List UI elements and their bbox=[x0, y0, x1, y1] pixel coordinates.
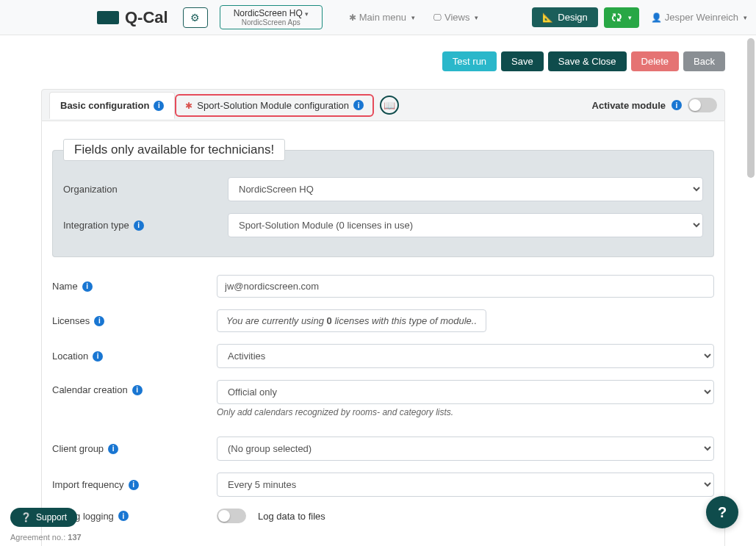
row-calendar-creation: Calendar creation i Official only Only a… bbox=[52, 374, 714, 423]
label-location: Location i bbox=[52, 351, 217, 362]
ruler-icon: 📐 bbox=[542, 12, 553, 23]
label-import-frequency: Import frequency i bbox=[52, 479, 217, 490]
info-icon[interactable]: i bbox=[132, 385, 143, 395]
integration-type-select[interactable]: Sport-Solution Module (0 licenses in use… bbox=[228, 213, 703, 237]
calendar-creation-select[interactable]: Official only bbox=[217, 380, 714, 404]
info-icon[interactable]: i bbox=[108, 444, 118, 454]
label-name: Name i bbox=[52, 281, 217, 292]
licenses-readout: You are currently using 0 licenses with … bbox=[217, 309, 486, 332]
client-group-select[interactable]: (No group selected) bbox=[217, 437, 714, 461]
tab-basic-label: Basic configuration bbox=[60, 100, 149, 111]
row-debug-logging: Debug logging i Log data to files bbox=[52, 503, 714, 529]
info-icon[interactable]: i bbox=[94, 316, 104, 326]
row-name: Name i bbox=[52, 269, 714, 303]
row-import-frequency: Import frequency i Every 5 minutes bbox=[52, 467, 714, 503]
info-icon[interactable]: i bbox=[129, 480, 139, 490]
help-fab[interactable]: ? bbox=[706, 496, 738, 528]
main-panel: Basic configuration i Sport-Solution Mod… bbox=[0, 74, 756, 546]
technician-legend: Fields only available for technicians! bbox=[63, 139, 285, 161]
label-calendar-creation: Calendar creation i bbox=[52, 380, 217, 395]
licenses-count: 0 bbox=[327, 315, 332, 326]
save-close-button[interactable]: Save & Close bbox=[548, 51, 627, 71]
org-secondary: NordicScreen Aps bbox=[234, 18, 309, 27]
organization-select[interactable]: NordicScreen HQ bbox=[228, 177, 703, 201]
docs-button[interactable]: 📖 bbox=[380, 96, 399, 115]
support-button[interactable]: ❔ Support bbox=[10, 508, 77, 527]
support-label: Support bbox=[36, 512, 67, 522]
debug-logging-toggle[interactable] bbox=[217, 509, 246, 523]
info-icon: i bbox=[353, 100, 364, 110]
user-icon: 👤 bbox=[651, 12, 662, 23]
row-licenses: Licenses i You are currently using 0 lic… bbox=[52, 303, 714, 338]
delete-button[interactable]: Delete bbox=[631, 51, 680, 71]
info-icon[interactable]: i bbox=[118, 511, 129, 521]
settings-button[interactable]: ⚙ bbox=[183, 7, 208, 28]
main-menu-label: Main menu bbox=[359, 12, 406, 23]
label-organization: Organization bbox=[63, 184, 228, 195]
brand-block: Q-Cal bbox=[97, 8, 168, 27]
row-organization: Organization NordicScreen HQ bbox=[63, 171, 703, 207]
info-icon[interactable]: i bbox=[134, 220, 144, 231]
question-icon: ❔ bbox=[21, 512, 32, 522]
main-menu-link[interactable]: ✱ Main menu ▾ bbox=[343, 7, 421, 27]
user-menu[interactable]: 👤 Jesper Weinreich ▾ bbox=[651, 12, 747, 23]
brand-swatch bbox=[97, 11, 119, 24]
technician-fieldset: Fields only available for technicians! O… bbox=[52, 139, 714, 257]
label-integration-type: Integration type i bbox=[63, 220, 228, 231]
row-client-group: Client group i (No group selected) bbox=[52, 431, 714, 467]
gear-icon: ⚙ bbox=[190, 12, 200, 24]
puzzle-icon: ✱ bbox=[349, 12, 356, 23]
label-client-group: Client group i bbox=[52, 443, 217, 454]
row-location: Location i Activities bbox=[52, 338, 714, 374]
views-label: Views bbox=[444, 12, 469, 23]
info-icon: i bbox=[672, 100, 682, 110]
agreement-number: 137 bbox=[68, 533, 81, 542]
brand-name: Q-Cal bbox=[125, 8, 168, 27]
refresh-dropdown-button[interactable]: 🗘 ▾ bbox=[604, 7, 639, 28]
row-integration-type: Integration type i Sport-Solution Module… bbox=[63, 207, 703, 243]
tab-bar: Basic configuration i Sport-Solution Mod… bbox=[41, 89, 725, 121]
design-button[interactable]: 📐 Design bbox=[532, 7, 597, 27]
monitor-icon: 🖵 bbox=[433, 12, 442, 23]
calendar-creation-helper: Only add calendars recognized by rooms- … bbox=[217, 404, 714, 417]
tab-module-label: Sport-Solution Module configuration bbox=[197, 100, 349, 111]
views-link[interactable]: 🖵 Views ▾ bbox=[427, 7, 484, 27]
info-icon: i bbox=[154, 101, 164, 111]
chevron-down-icon: ▾ bbox=[628, 14, 632, 21]
info-icon[interactable]: i bbox=[93, 351, 103, 362]
user-name: Jesper Weinreich bbox=[665, 12, 738, 23]
chevron-down-icon: ▾ bbox=[305, 10, 309, 18]
module-icon bbox=[185, 100, 192, 111]
name-input[interactable] bbox=[217, 275, 714, 298]
debug-logging-text: Log data to files bbox=[258, 511, 325, 522]
activate-module-label: Activate module bbox=[592, 100, 666, 111]
book-icon: 📖 bbox=[384, 100, 395, 111]
org-selector[interactable]: NordicScreen HQ▾ NordicScreen Aps bbox=[220, 5, 323, 30]
design-label: Design bbox=[558, 12, 587, 23]
org-primary: NordicScreen HQ bbox=[234, 8, 303, 18]
activate-module-group: Activate module i bbox=[592, 98, 717, 112]
location-select[interactable]: Activities bbox=[217, 344, 714, 368]
agreement-info: Agreement no.: 137 bbox=[10, 533, 82, 542]
info-icon[interactable]: i bbox=[82, 281, 93, 292]
activate-module-toggle[interactable] bbox=[688, 98, 717, 112]
test-run-button[interactable]: Test run bbox=[442, 51, 497, 71]
chevron-down-icon: ▾ bbox=[411, 14, 415, 21]
tab-basic-configuration[interactable]: Basic configuration i bbox=[49, 92, 175, 119]
chevron-down-icon: ▾ bbox=[744, 14, 747, 21]
top-navbar: Q-Cal ⚙ NordicScreen HQ▾ NordicScreen Ap… bbox=[0, 0, 756, 35]
back-button[interactable]: Back bbox=[683, 51, 725, 71]
question-mark-icon: ? bbox=[718, 504, 727, 521]
save-button[interactable]: Save bbox=[501, 51, 544, 71]
scrollbar-thumb[interactable] bbox=[747, 38, 755, 178]
label-licenses: Licenses i bbox=[52, 315, 217, 326]
tab-module-configuration[interactable]: Sport-Solution Module configuration i bbox=[175, 94, 374, 117]
panel-body: Fields only available for technicians! O… bbox=[41, 121, 725, 546]
refresh-icon: 🗘 bbox=[611, 12, 622, 24]
action-bar: Test run Save Save & Close Delete Back bbox=[0, 35, 756, 74]
import-frequency-select[interactable]: Every 5 minutes bbox=[217, 473, 714, 497]
chevron-down-icon: ▾ bbox=[475, 14, 478, 21]
